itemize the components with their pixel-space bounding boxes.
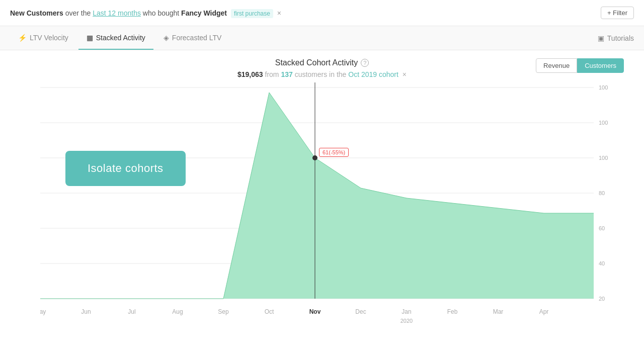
x-year-label: 2020 (400, 318, 413, 324)
toggle-buttons: Revenue Customers (536, 58, 624, 73)
x-label-feb: Feb (447, 308, 458, 315)
first-purchase-tag: first purchase (231, 9, 273, 18)
tab-ltv-velocity[interactable]: ⚡ LTV Velocity (10, 26, 76, 50)
x-label-aug: Aug (172, 308, 183, 315)
tab-stacked-activity[interactable]: ▦ Stacked Activity (78, 26, 153, 50)
subtitle-from: from (265, 70, 279, 78)
area-fill (40, 93, 594, 299)
tutorials-icon: ▣ (598, 34, 604, 42)
subtitle-cohort: Oct 2019 cohort (348, 70, 398, 78)
y-label-40: 40 (599, 260, 605, 266)
close-cohort-icon[interactable]: × (403, 70, 407, 78)
y-label-100-top: 100 (599, 84, 608, 90)
revenue-toggle[interactable]: Revenue (536, 58, 577, 73)
forecasted-ltv-icon: ◈ (164, 34, 169, 42)
tab-ltv-velocity-label: LTV Velocity (30, 34, 68, 42)
tooltip-value: 61 (323, 149, 329, 155)
x-label-jun: Jun (81, 308, 91, 315)
tab-forecasted-ltv-label: Forecasted LTV (172, 34, 222, 42)
y-label-100-2: 100 (599, 120, 608, 126)
timeframe-link[interactable]: Last 12 months (93, 9, 141, 17)
subtitle-customers: customers in the (295, 70, 347, 78)
y-label-60: 60 (599, 225, 605, 231)
filter-description: New Customers over the Last 12 months wh… (10, 9, 283, 17)
product-name: Fancy Widget (181, 9, 227, 17)
y-label-20: 20 (599, 296, 605, 302)
y-label-100-3: 100 (599, 155, 608, 161)
tab-stacked-activity-label: Stacked Activity (96, 34, 145, 42)
stacked-activity-icon: ▦ (87, 34, 93, 42)
tooltip-change: (-55%) (329, 149, 345, 155)
customers-toggle[interactable]: Customers (577, 58, 624, 73)
over-the-text: over the (65, 9, 91, 17)
x-label-nov: Nov (309, 308, 321, 315)
x-label-mar: Mar (493, 308, 504, 315)
tab-forecasted-ltv[interactable]: ◈ Forecasted LTV (155, 26, 230, 50)
new-customers-label: New Customers (10, 9, 63, 17)
tutorials-button[interactable]: ▣ Tutorials (598, 34, 634, 42)
hover-tooltip: 61(-55%) (319, 148, 349, 157)
isolate-cohorts-button[interactable]: Isolate cohorts (65, 151, 186, 186)
tutorials-label: Tutorials (607, 34, 634, 42)
x-label-may: May (40, 308, 46, 315)
x-label-sep: Sep (218, 308, 229, 315)
x-label-jan: Jan (401, 308, 411, 315)
hover-dot (312, 155, 317, 160)
who-bought-text: who bought (143, 9, 179, 17)
x-label-dec: Dec (355, 308, 366, 315)
top-bar: New Customers over the Last 12 months wh… (0, 0, 644, 26)
x-label-apr: Apr (539, 308, 549, 315)
x-label-jul: Jul (128, 308, 135, 315)
chart-svg: 100 100 100 80 60 40 20 May Jun Jul Aug … (40, 82, 614, 334)
tab-bar: ⚡ LTV Velocity ▦ Stacked Activity ◈ Fore… (0, 26, 644, 50)
chart-container: Stacked Cohort Activity ? $19,063 from 1… (0, 50, 644, 362)
x-label-oct: Oct (265, 308, 274, 315)
ltv-velocity-icon: ⚡ (18, 34, 27, 42)
info-icon[interactable]: ? (361, 59, 369, 67)
subtitle-count: 137 (281, 70, 292, 78)
filter-button[interactable]: + Filter (601, 7, 634, 19)
separator: × (277, 9, 281, 17)
y-label-80: 80 (599, 190, 605, 196)
subtitle-amount: $19,063 (237, 70, 263, 78)
